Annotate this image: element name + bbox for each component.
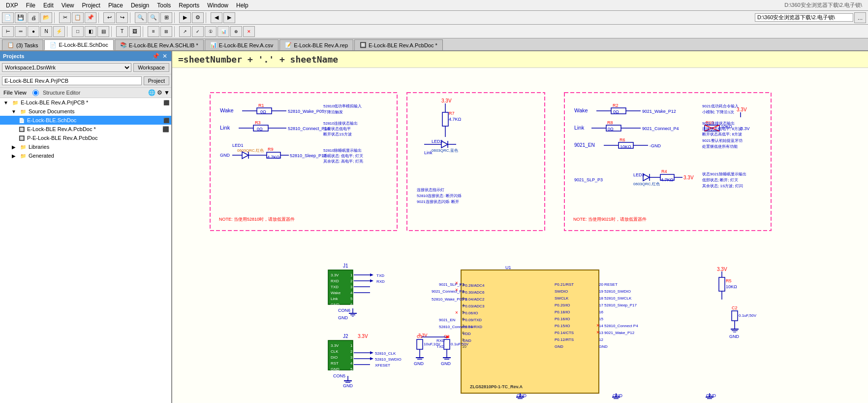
btn-copy[interactable]: 📋	[72, 12, 84, 23]
svg-text:0.1uF,50V: 0.1uF,50V	[451, 342, 469, 346]
btn-image[interactable]: 🖼	[129, 26, 141, 37]
svg-text:XFESET: XFESET	[375, 363, 390, 368]
path-input[interactable]: D:\360安全浏览器下载\2.电子锁\	[755, 13, 853, 22]
menu-reports[interactable]: Reports	[175, 1, 203, 10]
tree-pcbdoc2[interactable]: 🔲 P-E-Lock-BLE Rev.A.PcbDoc	[0, 134, 171, 142]
src-folder-icon: 📁	[19, 108, 27, 115]
schdoc-label: E-Lock-BLE.SchDoc	[27, 117, 76, 123]
menu-project[interactable]: Project	[78, 1, 104, 10]
btn-sheet[interactable]: ▤	[97, 26, 109, 37]
svg-rect-161	[461, 270, 599, 393]
project-button[interactable]: Project	[144, 76, 169, 85]
svg-text:CON6: CON6	[338, 308, 350, 313]
svg-text:10KΩ: 10KΩ	[620, 144, 631, 149]
btn-net[interactable]: N	[40, 26, 52, 37]
tab-tasks-icon: 📋	[7, 42, 14, 48]
btn-text[interactable]: T	[116, 26, 128, 37]
btn-new[interactable]: 📄	[2, 12, 14, 23]
menu-tools[interactable]: Tools	[153, 1, 175, 10]
tab-rep-icon: 📝	[285, 42, 292, 48]
btn-comp[interactable]: □	[72, 26, 84, 37]
btn-junction[interactable]: ●	[28, 26, 39, 37]
btn-open[interactable]: 📂	[40, 12, 52, 23]
btn-check[interactable]: ✓	[192, 26, 204, 37]
panel-pin-btn[interactable]: 📌	[151, 53, 160, 60]
btn-port[interactable]: ◧	[85, 26, 96, 37]
btn-power[interactable]: ⚡	[53, 26, 65, 37]
svg-text:R2: R2	[613, 103, 619, 108]
svg-text:0Ω: 0Ω	[613, 109, 619, 114]
btn-zoom-fit[interactable]: ⊞	[160, 12, 172, 23]
btn-redo[interactable]: ↪	[116, 12, 128, 23]
btn-undo[interactable]: ↩	[103, 12, 115, 23]
view-file-tab[interactable]: File View	[1, 89, 29, 96]
svg-text:DIO: DIO	[331, 355, 338, 360]
tree-libs[interactable]: ▶ 📁 Libraries	[0, 142, 171, 151]
btn-annotate[interactable]: ①	[205, 26, 217, 37]
tree-project-root[interactable]: ▼ 📁 E-Lock-BLE Rev.A.PrjPCB * ⬛	[0, 98, 171, 107]
btn-path-go[interactable]: …	[854, 12, 866, 23]
tab-csv[interactable]: 📊 E-Lock-BLE Rev.A.csv	[205, 39, 279, 50]
tree-pcbdoc[interactable]: 🔲 E-Lock-BLE Rev.A.PcbDoc * ⬛	[0, 125, 171, 134]
btn-print[interactable]: 🖨	[28, 12, 39, 23]
menu-edit[interactable]: Edit	[39, 1, 58, 10]
project-name-input[interactable]	[2, 76, 142, 85]
view-struct-tab[interactable]: Structure Editor	[41, 89, 82, 96]
schematic-svg: Wake R1 0Ω 52810_Wake_P05 Link R3 0Ω 528…	[172, 68, 868, 403]
svg-text:连接状态低电平: 连接状态低电平	[323, 127, 351, 131]
tree-generated[interactable]: ▶ 📁 Generated	[0, 151, 171, 160]
svg-text:P0.09/TXD: P0.09/TXD	[463, 318, 482, 322]
svg-text:9021连接状态输出: 9021连接状态输出	[702, 121, 735, 126]
tab-schdoc[interactable]: 📄 E-Lock-BLE.SchDoc	[44, 39, 113, 50]
menu-view[interactable]: View	[58, 1, 78, 10]
toolbar-secondary: ⊢ ═ ● N ⚡ □ ◧ ▤ T 🖼 ≡ ⊞ ↗ ✓ ① 📊 ⊕ ✕	[0, 25, 868, 38]
btn-bus[interactable]: ═	[15, 26, 27, 37]
btn-align[interactable]: ≡	[148, 26, 159, 37]
sep3	[130, 12, 133, 23]
svg-text:4.7KΩ: 4.7KΩ	[661, 177, 674, 182]
icon-globe[interactable]: 🌐	[148, 89, 155, 96]
schematic-canvas[interactable]: Wake R1 0Ω 52810_Wake_P05 Link R3 0Ω 528…	[172, 68, 868, 403]
pcbdoc-icon: 🔲	[18, 126, 26, 133]
btn-run[interactable]: ▶	[179, 12, 191, 23]
menu-window[interactable]: Window	[203, 1, 232, 10]
tab-pcbdoc[interactable]: 🔲 E-Lock-BLE Rev.A.PcbDoc *	[354, 39, 443, 50]
btn-nav-back[interactable]: ◀	[211, 12, 222, 23]
btn-nav-fwd[interactable]: ▶	[223, 12, 235, 23]
btn-xref[interactable]: ↗	[179, 26, 191, 37]
menu-help[interactable]: Help	[232, 1, 252, 10]
workspace-select[interactable]: Workspace1.DsnWrk	[2, 63, 131, 72]
btn-paste[interactable]: 📌	[85, 12, 96, 23]
btn-save[interactable]: 💾	[15, 12, 27, 23]
svg-text:R6: R6	[620, 137, 625, 142]
menu-file[interactable]: File	[22, 1, 39, 10]
btn-compile[interactable]: ⚙	[192, 12, 204, 23]
workspace-button[interactable]: Workspace	[133, 63, 169, 72]
src-expand-icon: ▼	[10, 108, 18, 115]
menu-dxp[interactable]: DXP	[2, 1, 22, 10]
tree-source-docs[interactable]: ▼ 📁 Source Documents	[0, 107, 171, 116]
svg-text:GND: GND	[331, 302, 340, 307]
btn-wire[interactable]: ⊢	[2, 26, 14, 37]
btn-bom[interactable]: 📊	[217, 26, 229, 37]
menu-place[interactable]: Place	[104, 1, 127, 10]
project-modified-badge: ⬛	[163, 100, 169, 105]
tab-schlib[interactable]: 📚 E-Lock-BLE Rev.A.SCHLIB *	[115, 39, 204, 50]
btn-delete[interactable]: ✕	[243, 26, 255, 37]
tab-rep[interactable]: 📝 E-Lock-BLE Rev.A.rep	[279, 39, 353, 50]
icon-arrow[interactable]: ▼	[164, 89, 170, 96]
menu-design[interactable]: Design	[127, 1, 153, 10]
tree-schdoc[interactable]: 📄 E-Lock-BLE.SchDoc ⬛	[0, 116, 171, 125]
tab-tasks[interactable]: 📋 (3) Tasks	[2, 39, 43, 50]
svg-text:GND: GND	[599, 344, 608, 349]
btn-cross-probe[interactable]: ⊕	[230, 26, 242, 37]
btn-zoom-out[interactable]: 🔍	[148, 12, 159, 23]
btn-grid[interactable]: ⊞	[160, 26, 172, 37]
btn-zoom-in[interactable]: 🔍	[135, 12, 147, 23]
btn-cut[interactable]: ✂	[59, 12, 71, 23]
view-struct-radio[interactable]	[32, 90, 39, 96]
svg-text:×: ×	[455, 280, 458, 286]
panel-close-btn[interactable]: ✕	[161, 53, 168, 60]
icon-settings[interactable]: ⚙	[157, 89, 162, 96]
pcbdoc-label: E-Lock-BLE Rev.A.PcbDoc *	[27, 126, 96, 132]
